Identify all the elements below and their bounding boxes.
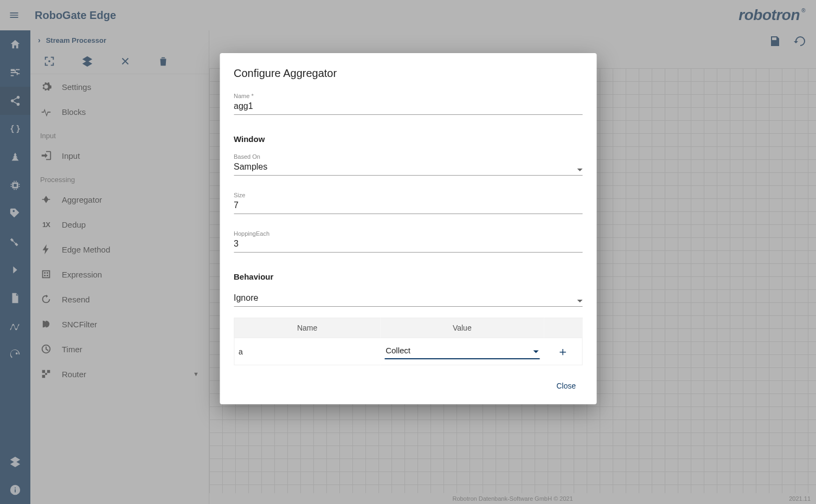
row-value-select[interactable] [384,344,539,359]
caret-down-icon [577,300,582,302]
name-field[interactable]: Name * [234,93,582,115]
caret-down-icon [534,350,539,353]
dialog-title: Configure Aggregator [234,67,582,80]
field-label: Size [234,192,582,198]
size-input[interactable] [234,198,582,214]
hopping-field[interactable]: HoppingEach [234,230,582,253]
field-label: Name * [234,93,582,99]
caret-down-icon [577,169,582,171]
table-header-value: Value [380,318,544,338]
row-name-cell[interactable]: a [234,338,381,365]
table-header-name: Name [234,318,381,338]
size-field[interactable]: Size [234,192,582,214]
add-row-button[interactable]: ＋ [557,345,569,358]
close-button[interactable]: Close [550,377,582,395]
configure-aggregator-dialog: Configure Aggregator Name * Window Based… [220,53,596,404]
field-label: Based On [234,153,582,160]
behaviour-table: Name Value a ＋ [234,318,582,365]
behaviour-select[interactable] [234,291,582,307]
field-label: HoppingEach [234,230,582,237]
hopping-input[interactable] [234,237,582,253]
based-on-field[interactable]: Based On [234,153,582,176]
behaviour-field[interactable] [234,291,582,307]
name-input[interactable] [234,99,582,115]
window-section-header: Window [234,134,582,144]
based-on-select[interactable] [234,160,582,176]
table-row: a ＋ [234,338,582,365]
behaviour-section-header: Behaviour [234,272,582,281]
